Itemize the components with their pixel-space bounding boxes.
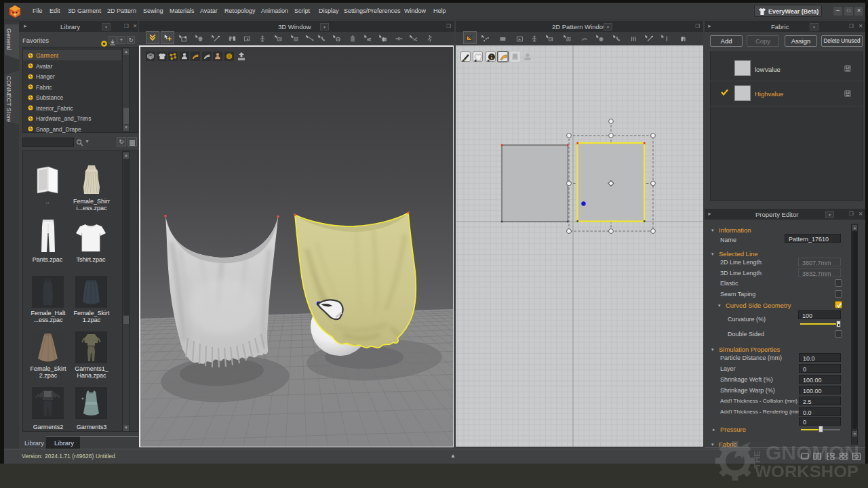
svg-text:GNOMON: GNOMON <box>766 442 859 464</box>
svg-text:WORKSHOP: WORKSHOP <box>755 463 859 481</box>
